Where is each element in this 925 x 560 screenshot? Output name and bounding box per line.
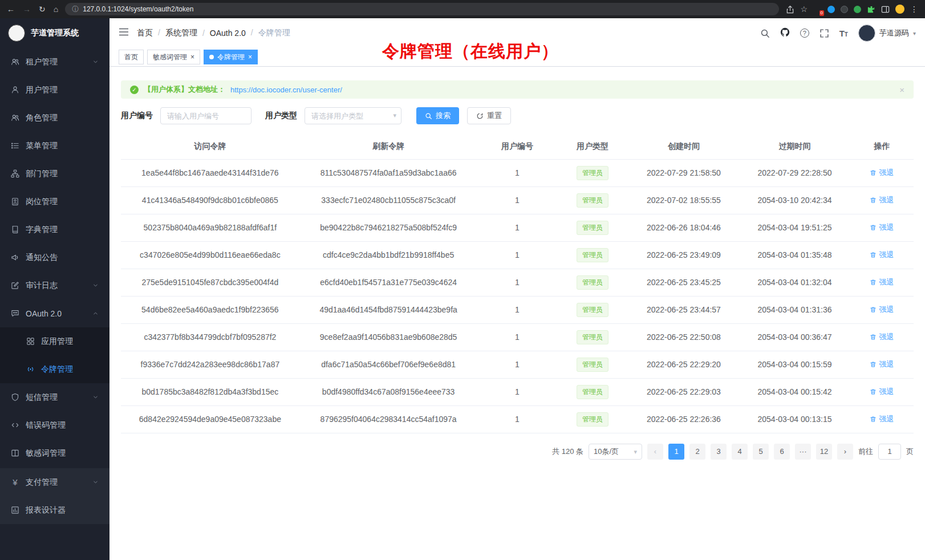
trash-icon [870, 197, 877, 204]
page-button-1[interactable]: 1 [668, 444, 684, 460]
extension-badge: 0 [819, 10, 824, 16]
user-type-select[interactable] [305, 107, 401, 124]
user-id-cell: 1 [478, 269, 557, 296]
app-logo-row[interactable]: 芋道管理系统 [0, 18, 109, 48]
sidebar-item-menu[interactable]: 菜单管理 [0, 132, 109, 160]
sidebar-item-oauth[interactable]: OAuth 2.0 [0, 299, 109, 327]
font-size-icon[interactable]: TT [839, 29, 848, 38]
expire-time-cell: 2054-03-10 20:42:34 [739, 186, 850, 214]
tab-sensitive-word[interactable]: 敏感词管理 × [147, 50, 200, 64]
close-icon[interactable]: × [248, 53, 252, 61]
sidebar-item-tenant[interactable]: 租户管理 [0, 48, 109, 76]
page-button-6[interactable]: 6 [774, 444, 790, 460]
page-button-5[interactable]: 5 [753, 444, 769, 460]
bookmark-star-icon[interactable]: ☆ [800, 5, 808, 14]
page-button-3[interactable]: 3 [711, 444, 727, 460]
sidebar-item-dict[interactable]: 字典管理 [0, 216, 109, 244]
sidebar-item-oauth-token[interactable]: 令牌管理 [0, 355, 109, 383]
sidebar-item-oauth-apps[interactable]: 应用管理 [0, 327, 109, 355]
address-bar[interactable]: ⓘ 127.0.0.1:1024/system/oauth2/token [65, 3, 779, 15]
prev-page-button[interactable]: ‹ [647, 444, 663, 460]
extension-green-icon[interactable] [854, 6, 861, 13]
page-button-12[interactable]: 12 [816, 444, 832, 460]
trash-icon [870, 279, 877, 286]
tab-token[interactable]: 令牌管理 × [204, 50, 258, 64]
sidebar-item-report-designer[interactable]: 报表设计器 [0, 496, 109, 524]
table-row: b0d1785bc3a8482f812db4a3f3bd15ec b0df498… [121, 378, 914, 405]
force-logout-button[interactable]: 强退 [870, 195, 894, 205]
side-panel-icon[interactable] [881, 5, 890, 14]
force-logout-button[interactable]: 强退 [870, 414, 894, 424]
tab-home[interactable]: 首页 [119, 50, 144, 64]
expire-time-cell: 2054-03-04 00:13:15 [739, 405, 850, 433]
table-row: 275e5de9151045fe87cbdc395e004f4d e6cfd40… [121, 269, 914, 296]
sidebar-item-department[interactable]: 部门管理 [0, 160, 109, 188]
force-logout-button[interactable]: 强退 [870, 359, 894, 370]
force-logout-button[interactable]: 强退 [870, 277, 894, 287]
reset-button[interactable]: 重置 [467, 107, 511, 124]
browser-menu-kebab-icon[interactable]: ⋮ [910, 5, 918, 14]
extension-icon[interactable]: 0 [813, 5, 822, 14]
breadcrumb-home[interactable]: 首页 [137, 28, 153, 38]
avatar [858, 25, 875, 42]
select-caret-icon: ▾ [634, 448, 637, 456]
extension-dark-icon[interactable] [841, 6, 848, 13]
search-icon[interactable] [760, 29, 770, 38]
table-row: c347026e805e4d99b0d116eae66eda8c cdfc4ce… [121, 241, 914, 269]
force-logout-button[interactable]: 强退 [870, 305, 894, 315]
fullscreen-icon[interactable] [819, 29, 829, 38]
page-size-select[interactable]: 10条/页 ▾ [589, 444, 642, 460]
sidebar-item-payment[interactable]: ¥ 支付管理 [0, 468, 109, 496]
page-button-4[interactable]: 4 [732, 444, 748, 460]
page-button-2[interactable]: 2 [689, 444, 705, 460]
sidebar-item-notice[interactable]: 通知公告 [0, 244, 109, 271]
create-time-cell: 2022-06-25 22:29:20 [628, 351, 740, 378]
extension-blue-icon[interactable] [827, 6, 835, 13]
top-navbar: 首页 系统管理 OAuth 2.0 令牌管理 ? TT 芋道源码 ▾ [109, 18, 925, 48]
share-icon[interactable] [786, 5, 794, 14]
sidebar-item-error-code[interactable]: 错误码管理 [0, 411, 109, 439]
goto-page-input[interactable] [878, 444, 901, 460]
table-row: 41c41346a548490f9dc8b01c6bfe0865 333ecfc… [121, 186, 914, 214]
force-logout-button[interactable]: 强退 [870, 168, 894, 178]
user-id-input[interactable] [160, 107, 251, 124]
col-user-id: 用户编号 [478, 134, 557, 159]
search-button[interactable]: 搜索 [416, 107, 459, 124]
page-content: ✓ 【用户体系】文档地址： https://doc.iocoder.cn/use… [109, 67, 925, 470]
browser-profile-avatar[interactable] [895, 5, 904, 14]
close-icon[interactable]: × [190, 53, 194, 61]
breadcrumb-oauth[interactable]: OAuth 2.0 [197, 29, 246, 38]
access-token-cell: 275e5de9151045fe87cbdc395e004f4d [121, 269, 299, 296]
create-time-cell: 2022-06-25 23:45:25 [628, 269, 740, 296]
force-logout-button[interactable]: 强退 [870, 250, 894, 260]
doc-link[interactable]: https://doc.iocoder.cn/user-center/ [230, 86, 342, 94]
sidebar-item-user[interactable]: 用户管理 [0, 76, 109, 104]
breadcrumb-system[interactable]: 系统管理 [153, 28, 197, 38]
sidebar-toggle-icon[interactable] [119, 27, 129, 39]
extensions-puzzle-icon[interactable] [867, 5, 875, 14]
github-icon[interactable] [780, 27, 790, 39]
site-info-icon[interactable]: ⓘ [72, 5, 79, 14]
alert-close-icon[interactable]: × [899, 85, 904, 95]
page-more-button[interactable]: ··· [795, 444, 811, 460]
browser-forward-icon[interactable]: → [23, 5, 31, 14]
browser-home-icon[interactable]: ⌂ [54, 5, 58, 14]
sidebar-item-sensitive-word[interactable]: 敏感词管理 [0, 439, 109, 467]
browser-reload-icon[interactable]: ↻ [39, 5, 46, 14]
select-caret-icon: ▾ [393, 112, 396, 119]
force-logout-button[interactable]: 强退 [870, 387, 894, 397]
sidebar-item-role[interactable]: 角色管理 [0, 104, 109, 132]
help-icon[interactable]: ? [800, 29, 809, 38]
sidebar-item-post[interactable]: 岗位管理 [0, 188, 109, 216]
sidebar-item-label: 敏感词管理 [26, 448, 66, 458]
next-page-button[interactable]: › [837, 444, 853, 460]
force-logout-button[interactable]: 强退 [870, 222, 894, 233]
user-menu[interactable]: 芋道源码 ▾ [858, 25, 916, 42]
browser-back-icon[interactable]: ← [7, 5, 15, 14]
force-logout-button[interactable]: 强退 [870, 332, 894, 342]
expire-time-cell: 2054-03-04 00:36:47 [739, 323, 850, 351]
sidebar-item-audit-log[interactable]: 审计日志 [0, 271, 109, 299]
tab-label: 敏感词管理 [153, 52, 187, 62]
megaphone-icon [11, 253, 19, 262]
sidebar-item-sms[interactable]: 短信管理 [0, 383, 109, 411]
